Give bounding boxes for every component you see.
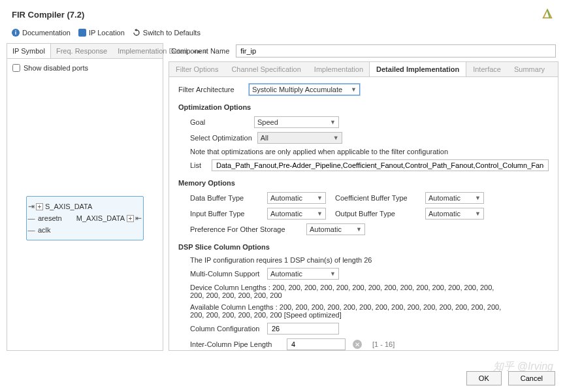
bus-in-icon: ⇥ [28,202,35,211]
list-label: List [190,161,206,169]
memory-options-title: Memory Options [178,179,549,187]
tab-ip-symbol[interactable]: IP Symbol [7,44,51,58]
cancel-button[interactable]: Cancel [508,371,555,385]
dsp-options-title: DSP Slice Column Options [178,243,549,251]
tab-summary[interactable]: Summary [508,62,551,76]
clear-icon[interactable]: ✕ [353,340,362,349]
documentation-label: Documentation [22,29,71,37]
column-config-input[interactable] [267,323,339,335]
chevron-down-icon: ▼ [317,195,323,201]
port-aresetn: aresetn [36,214,76,222]
expand-icon[interactable]: + [127,215,134,222]
coeff-buffer-select[interactable]: Automatic▼ [425,192,484,204]
data-buffer-select[interactable]: Automatic▼ [267,192,326,204]
documentation-link[interactable]: i Documentation [12,29,71,37]
column-config-label: Column Configuration [190,325,262,333]
select-optimization-select[interactable]: All▼ [257,132,342,144]
show-disabled-ports-checkbox[interactable]: Show disabled ports [12,64,157,72]
tab-filter-options[interactable]: Filter Options [169,62,225,76]
optimization-options-title: Optimization Options [178,103,549,111]
goal-label: Goal [190,118,249,126]
ip-icon [78,29,86,37]
ok-button[interactable]: OK [466,371,502,385]
show-disabled-ports-label: Show disabled ports [24,64,88,72]
left-panel: IP Symbol Freq. Response Implementation … [7,43,163,351]
switch-defaults-label: Switch to Defaults [143,29,201,37]
chevron-down-icon: ▼ [351,86,357,93]
vendor-logo [541,8,553,21]
available-column-lengths: Available Column Lengths : 200, 200, 200… [190,303,504,319]
optimization-list-input[interactable] [212,159,549,171]
port-s-axis-data: S_AXIS_DATA [43,203,134,210]
reset-icon [133,29,140,37]
tab-implementation[interactable]: Implementation [308,62,370,76]
content-area: Filter Architecture Systolic Multiply Ac… [169,76,558,351]
component-name-input[interactable] [236,44,556,57]
tab-channel-specification[interactable]: Channel Specification [225,62,307,76]
chevron-down-icon: ▼ [475,195,481,201]
input-buffer-select[interactable]: Automatic▼ [267,208,326,220]
select-optimization-label: Select Optimization [190,134,252,142]
window-title: FIR Compiler (7.2) [12,10,84,20]
output-buffer-label: Output Buffer Type [335,210,420,218]
chevron-down-icon: ▼ [333,135,339,141]
dsp-config-req: The IP configuration requires 1 DSP chai… [190,256,549,264]
component-name-label: Component Name [171,47,229,55]
bus-out-icon: ⇤ [135,214,142,223]
expand-icon[interactable]: + [36,203,43,210]
chevron-down-icon: ▼ [317,210,323,217]
chevron-down-icon: ▼ [356,226,362,233]
chevron-down-icon: ▼ [475,210,481,217]
filter-architecture-label: Filter Architecture [178,86,244,93]
switch-defaults-link[interactable]: Switch to Defaults [133,29,201,37]
ip-location-label: IP Location [89,29,125,37]
port-pin-icon: — [27,214,36,222]
port-m-axis-data: M_AXIS_DATA [76,214,127,222]
port-aclk: aclk [36,226,134,234]
data-buffer-label: Data Buffer Type [190,194,262,202]
chevron-down-icon: ▼ [330,270,336,277]
multi-column-select[interactable]: Automatic▼ [267,268,339,280]
output-buffer-select[interactable]: Automatic▼ [425,208,484,220]
tab-detailed-implementation[interactable]: Detailed Implementation [369,62,466,76]
multi-column-label: Multi-Column Support [190,270,262,278]
ip-location-link[interactable]: IP Location [78,29,125,37]
pipe-length-label: Inter-Column Pipe Length [190,340,282,348]
chevron-down-icon: ▼ [330,119,336,125]
optimization-note: Note that optimizations are only applied… [190,148,549,155]
ip-symbol-diagram: ⇥ + S_AXIS_DATA — aresetn M_AXIS_DATA + … [26,196,144,240]
pipe-length-range: [1 - 16] [372,340,395,348]
tab-freq-response[interactable]: Freq. Response [51,44,112,58]
right-panel: Component Name Filter Options Channel Sp… [169,43,558,351]
coeff-buffer-label: Coefficient Buffer Type [335,194,420,202]
input-buffer-label: Input Buffer Type [190,210,262,218]
goal-select[interactable]: Speed▼ [254,116,339,128]
info-icon: i [12,29,20,37]
pref-storage-label: Preference For Other Storage [190,225,301,233]
show-disabled-ports-input[interactable] [12,64,20,72]
filter-architecture-select[interactable]: Systolic Multiply Accumulate▼ [249,84,360,95]
pref-storage-select[interactable]: Automatic▼ [306,223,365,235]
pipe-length-input[interactable] [287,338,346,350]
tab-interface[interactable]: Interface [466,62,508,76]
device-column-lengths: Device Column Lengths : 200, 200, 200, 2… [190,284,504,299]
port-pin-icon: — [27,226,36,234]
